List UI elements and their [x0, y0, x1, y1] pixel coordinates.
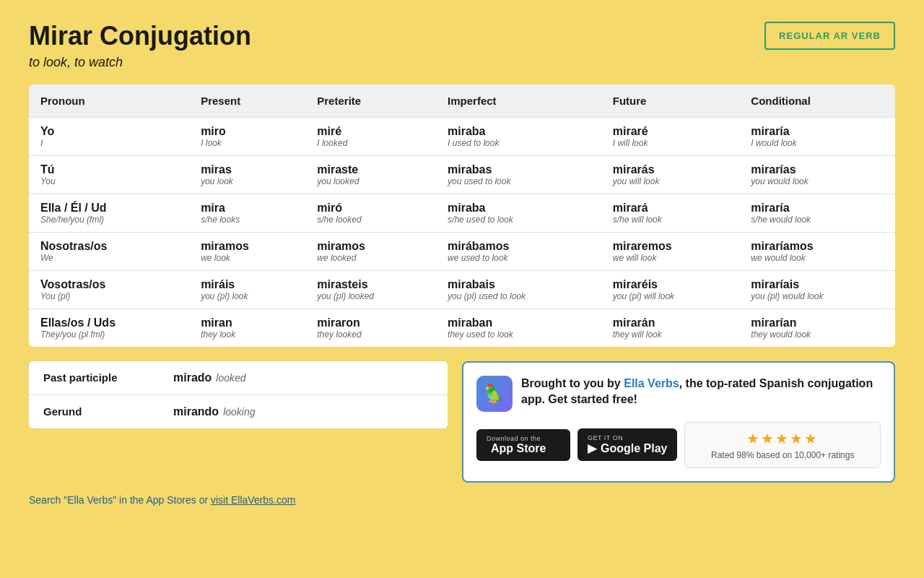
pronoun-cell: Nosotras/osWe [29, 232, 189, 270]
verb-text: miraba [448, 125, 590, 138]
app-store-small-text: Download on the [487, 435, 541, 442]
verb-cell: miroI look [189, 117, 305, 155]
verb-text: mirabas [448, 163, 590, 176]
verb-cell: mirabanthey used to look [436, 309, 601, 347]
verb-sub-text: we used to look [448, 253, 590, 263]
pronoun-cell: TúYou [29, 155, 189, 194]
app-store-big-text: App Store [487, 442, 546, 455]
verb-text: miré [317, 125, 424, 138]
verb-sub-text: s/he looked [317, 215, 424, 225]
verb-sub-text: you (pl) will look [613, 291, 728, 301]
verb-sub-text: s/he used to look [448, 215, 590, 225]
col-present: Present [189, 85, 305, 118]
google-play-button[interactable]: GET IT ON ▶ Google Play [578, 428, 677, 461]
play-icon: ▶ [588, 441, 596, 455]
verb-sub-text: you (pl) look [201, 291, 294, 301]
ratings-text: Rated 98% based on 10,000+ ratings [697, 450, 868, 460]
star-rating: ★★★★★ [697, 430, 868, 447]
pronoun-cell: Ella / Él / UdShe/he/you (fml) [29, 194, 189, 232]
verb-sub-text: you would look [751, 176, 884, 186]
verb-text: miraríamos [751, 240, 884, 253]
verb-cell: miranthey look [189, 309, 305, 347]
pronoun-text: Vosotras/os [40, 278, 178, 291]
verb-text: miraréis [613, 278, 728, 291]
past-participle-translation: looked [216, 372, 245, 384]
pronoun-text: Tú [40, 163, 178, 176]
verb-text: miraban [448, 316, 590, 329]
verb-sub-text: they will look [613, 329, 728, 340]
promo-buttons: Download on the App Store GET IT ON ▶ Go… [476, 422, 881, 468]
verb-cell: miraríamoswe would look [739, 232, 895, 270]
ella-verbs-link[interactable]: Ella Verbs [624, 377, 679, 389]
table-row: TúYoumirasyou lookmirasteyou lookedmirab… [29, 155, 895, 194]
pronoun-sub-text: She/he/you (fml) [40, 215, 178, 225]
verb-cell: miraríaI would look [739, 117, 895, 155]
title-block: Mirar Conjugation to look, to watch [29, 22, 251, 70]
verb-text: miramos [317, 240, 424, 253]
verb-cell: mirarás/he will look [601, 194, 740, 232]
verb-text: miro [201, 125, 294, 138]
bottom-section: Past participle miradolooked Gerund mira… [29, 361, 895, 483]
verb-cell: miraríaisyou (pl) would look [739, 270, 895, 309]
gerund-row: Gerund mirandolooking [29, 395, 448, 428]
footer-text: Search "Ella Verbs" in the App Stores or… [29, 494, 895, 506]
col-imperfect: Imperfect [436, 85, 601, 118]
verb-cell: mirós/he looked [305, 194, 436, 232]
footer-prefix: Search "Ella Verbs" in the App Stores or [29, 494, 211, 506]
col-future: Future [601, 85, 740, 118]
verb-cell: miraréisyou (pl) will look [601, 270, 740, 309]
verb-sub-text: I will look [613, 138, 728, 148]
col-conditional: Conditional [739, 85, 895, 118]
table-row: Ella / Él / UdShe/he/you (fml)miras/he l… [29, 194, 895, 232]
verb-type-badge: REGULAR AR VERB [764, 22, 895, 50]
verb-text: miran [201, 316, 294, 329]
verb-cell: mirábamoswe used to look [436, 232, 601, 270]
google-play-big-text: ▶ Google Play [588, 441, 667, 455]
verb-sub-text: you will look [613, 176, 728, 186]
pronoun-sub-text: You [40, 176, 178, 186]
google-play-small-text: GET IT ON [588, 434, 623, 441]
verb-text: mirábamos [448, 240, 590, 253]
pronoun-text: Yo [40, 125, 178, 138]
verb-sub-text: I look [201, 138, 294, 148]
verb-sub-text: you used to look [448, 176, 590, 186]
verb-cell: miraránthey will look [601, 309, 740, 347]
page-title: Mirar Conjugation [29, 22, 251, 51]
verb-text: mirarías [751, 163, 884, 176]
gerund-label: Gerund [43, 405, 173, 418]
verb-text: mirarán [613, 316, 728, 329]
pronoun-sub-text: We [40, 253, 178, 263]
pronoun-cell: YoI [29, 117, 189, 155]
title-rest: Conjugation [92, 21, 251, 51]
promo-section: 🦜 Brought to you by Ella Verbs, the top-… [462, 361, 895, 483]
verb-sub-text: you (pl) used to look [448, 291, 590, 301]
past-participle-value: miradolooked [173, 371, 246, 384]
gerund-translation: looking [223, 406, 255, 418]
table-row: Vosotras/osYou (pl)miráisyou (pl) lookmi… [29, 270, 895, 309]
verb-cell: miréI looked [305, 117, 436, 155]
table-row: Nosotras/osWemiramoswe lookmiramoswe loo… [29, 232, 895, 270]
verb-text: mirarás [613, 163, 728, 176]
pronoun-sub-text: You (pl) [40, 291, 178, 301]
promo-prefix: Brought to you by [521, 377, 624, 389]
verb-text: miraremos [613, 240, 728, 253]
app-store-button[interactable]: Download on the App Store [476, 429, 570, 461]
verb-text: miraría [751, 202, 884, 215]
verb-cell: miramoswe look [189, 232, 305, 270]
verb-sub-text: they look [201, 329, 294, 340]
pronoun-text: Ella / Él / Ud [40, 202, 178, 215]
pronoun-cell: Vosotras/osYou (pl) [29, 270, 189, 309]
verb-sub-text: we will look [613, 253, 728, 263]
verb-sub-text: s/he looks [201, 215, 294, 225]
pronoun-text: Nosotras/os [40, 240, 178, 253]
verb-sub-text: they looked [317, 329, 424, 340]
conjugation-table: Pronoun Present Preterite Imperfect Futu… [29, 85, 895, 347]
ella-verbs-website-link[interactable]: visit EllaVerbs.com [211, 494, 295, 506]
verb-sub-text: you (pl) looked [317, 291, 424, 301]
verb-text: miraré [613, 125, 728, 138]
verb-cell: miraronthey looked [305, 309, 436, 347]
verb-sub-text: we would look [751, 253, 884, 263]
verb-cell: mirabas/he used to look [436, 194, 601, 232]
verb-sub-text: you looked [317, 176, 424, 186]
verb-text: miráis [201, 278, 294, 291]
